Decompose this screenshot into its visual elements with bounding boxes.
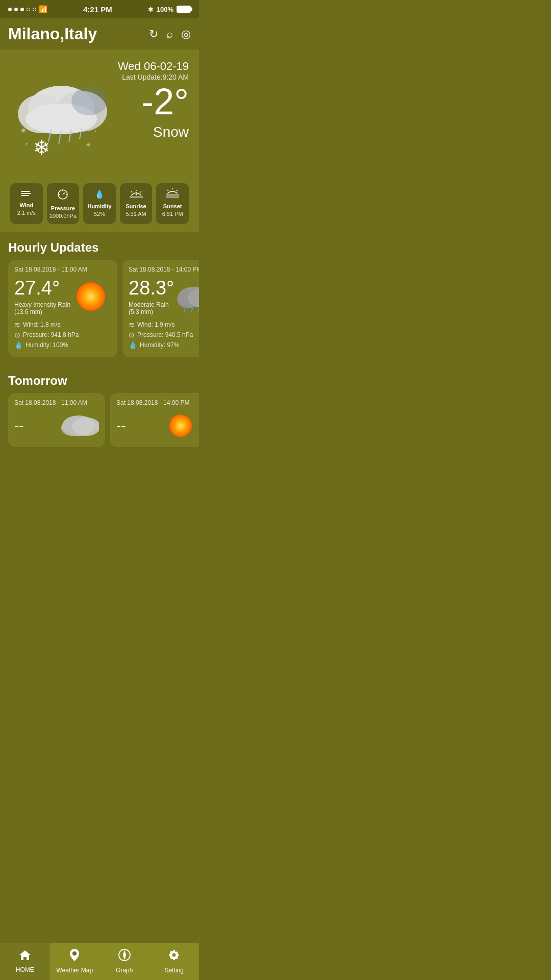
location-icon[interactable]: ◎ (181, 28, 191, 41)
tomorrow-icon-2 (160, 410, 199, 441)
hourly-wind-1: ≋ Wind: 1.8 m/s (14, 321, 111, 329)
wind-label: Wind (12, 202, 41, 208)
pressure-value: 1000.0hPa (49, 213, 78, 219)
signal-dot-5 (33, 8, 36, 11)
search-icon[interactable]: ⌕ (166, 28, 173, 41)
wind-icon (12, 188, 41, 200)
sunset-icon (158, 188, 187, 201)
sunset-value: 6:51 PM (158, 211, 187, 217)
weather-main: ❄ ✳ ✳ * * -2° Snow (10, 73, 189, 175)
status-bar: 📶 4:21 PM ✱ 100% (0, 0, 199, 18)
weather-stats: Wind 2.1 m/s Pressure 1000.0hPa 💧 (10, 183, 189, 224)
svg-text:💧: 💧 (94, 189, 105, 199)
battery-icon (177, 6, 191, 13)
hourly-card-2: Sat 18.08.2018 - 14:00 PM 28.3° Moderate… (122, 260, 199, 357)
stat-humidity: 💧 Humidity 52% (83, 183, 116, 224)
hourly-title: Hourly Updates (0, 232, 199, 260)
wind-value: 2.1 m/s (12, 210, 41, 216)
status-left: 📶 (8, 5, 47, 13)
hourly-humidity-2: 💧 Humidity: 97% (129, 341, 199, 349)
sunrise-value: 5:31 AM (122, 211, 151, 217)
humidity-meta-icon-1: 💧 (14, 341, 23, 349)
tomorrow-card-2: Sat 18.08.2018 - 14:00 PM -- (110, 393, 199, 447)
status-time: 4:21 PM (83, 5, 112, 14)
signal-dot-3 (20, 8, 24, 11)
pressure-meta-icon-1: ⊙ (14, 331, 20, 339)
tomorrow-temp-2: -- (116, 418, 126, 434)
hourly-pressure-2: ⊙ Pressure: 940.5 hPa (129, 331, 199, 339)
signal-dot-2 (14, 8, 18, 11)
humidity-label: Humidity (85, 203, 114, 209)
svg-line-18 (63, 192, 65, 194)
pressure-label: Pressure (49, 205, 78, 211)
svg-line-31 (177, 190, 178, 191)
cloud-rain-icon-2 (174, 279, 199, 314)
hourly-card-1: Sat 18.08.2018 - 11:00 AM 27.4° Heavy In… (8, 260, 117, 357)
battery-percentage: 100% (157, 6, 173, 13)
hourly-date-2: Sat 18.08.2018 - 14:00 PM (129, 266, 199, 273)
tomorrow-section: Tomorrow Sat 18.08.2018 - 11:00 AM -- Sa… (0, 365, 199, 493)
hourly-desc-1: Heavy Intensity Rain(13.6 mm) (14, 301, 70, 315)
pressure-meta-icon-2: ⊙ (129, 331, 135, 339)
hourly-pressure-1: ⊙ Pressure: 941.8 hPa (14, 331, 111, 339)
humidity-value: 52% (85, 211, 114, 217)
signal-dot-4 (27, 8, 30, 11)
humidity-meta-icon-2: 💧 (129, 341, 137, 349)
tomorrow-title: Tomorrow (0, 365, 199, 393)
hourly-temp-row-1: 27.4° Heavy Intensity Rain(13.6 mm) (14, 277, 111, 315)
weather-condition-icon: ❄ ✳ ✳ * * (10, 73, 112, 175)
hourly-humidity-1: 💧 Humidity: 100% (14, 341, 111, 349)
humidity-icon: 💧 (85, 188, 114, 201)
pressure-icon (49, 188, 78, 203)
hourly-date-1: Sat 18.08.2018 - 11:00 AM (14, 266, 111, 273)
stat-pressure: Pressure 1000.0hPa (47, 183, 80, 224)
tomorrow-temp-1: -- (14, 418, 24, 434)
stat-wind: Wind 2.1 m/s (10, 183, 43, 224)
svg-point-33 (77, 282, 105, 311)
tomorrow-date-2: Sat 18.08.2018 - 14:00 PM (116, 399, 199, 406)
weather-card: Wed 06-02-19 Last Update:9:20 AM ❄ ✳ (0, 50, 199, 232)
signal-dot-1 (8, 8, 12, 11)
condition-display: Snow (141, 124, 189, 140)
app-header: Milano,Italy ↻ ⌕ ◎ (0, 18, 199, 50)
hourly-temp-row-2: 28.3° Moderate Rain(5.3 mm) (129, 277, 199, 315)
svg-text:✳: ✳ (20, 127, 27, 135)
tomorrow-card-1: Sat 18.08.2018 - 11:00 AM -- (8, 393, 105, 447)
tomorrow-date-1: Sat 18.08.2018 - 11:00 AM (14, 399, 99, 406)
svg-text:*: * (26, 142, 28, 148)
sun-icon-1 (70, 279, 111, 314)
svg-point-13 (71, 87, 107, 115)
hourly-desc-2: Moderate Rain(5.3 mm) (129, 301, 174, 315)
wind-meta-icon-1: ≋ (14, 321, 20, 329)
hourly-temp-2: 28.3° (129, 277, 174, 299)
svg-point-45 (169, 414, 192, 437)
hourly-wind-2: ≋ Wind: 1.9 m/s (129, 321, 199, 329)
tomorrow-temp-row-2: -- (116, 410, 199, 441)
tomorrow-temp-row-1: -- (14, 410, 99, 441)
temp-condition: -2° Snow (141, 73, 189, 140)
stat-sunrise: Sunrise 5:31 AM (120, 183, 153, 224)
tomorrow-icon-1 (58, 410, 99, 441)
bluetooth-icon: ✱ (148, 6, 154, 13)
tomorrow-row: Sat 18.08.2018 - 11:00 AM -- Sat 18.08.2… (0, 393, 199, 493)
hourly-temp-1: 27.4° (14, 277, 70, 299)
svg-text:✳: ✳ (86, 141, 91, 149)
wifi-icon: 📶 (39, 5, 47, 13)
hourly-meta-1: ≋ Wind: 1.8 m/s ⊙ Pressure: 941.8 hPa 💧 … (14, 321, 111, 349)
hourly-row: Sat 18.08.2018 - 11:00 AM 27.4° Heavy In… (0, 260, 199, 365)
hourly-meta-2: ≋ Wind: 1.9 m/s ⊙ Pressure: 940.5 hPa 💧 … (129, 321, 199, 349)
svg-line-25 (131, 191, 132, 192)
refresh-icon[interactable]: ↻ (149, 28, 158, 41)
svg-line-26 (140, 191, 141, 192)
status-right: ✱ 100% (148, 6, 191, 13)
svg-text:*: * (94, 130, 96, 135)
svg-text:❄: ❄ (33, 136, 51, 155)
city-title: Milano,Italy (8, 24, 97, 43)
wind-meta-icon-2: ≋ (129, 321, 135, 329)
sunrise-label: Sunrise (122, 203, 151, 209)
sunset-label: Sunset (158, 203, 187, 209)
header-icons: ↻ ⌕ ◎ (149, 28, 191, 41)
sunrise-icon (122, 188, 151, 201)
weather-date: Wed 06-02-19 (118, 60, 189, 73)
temperature-display: -2° (141, 83, 189, 120)
